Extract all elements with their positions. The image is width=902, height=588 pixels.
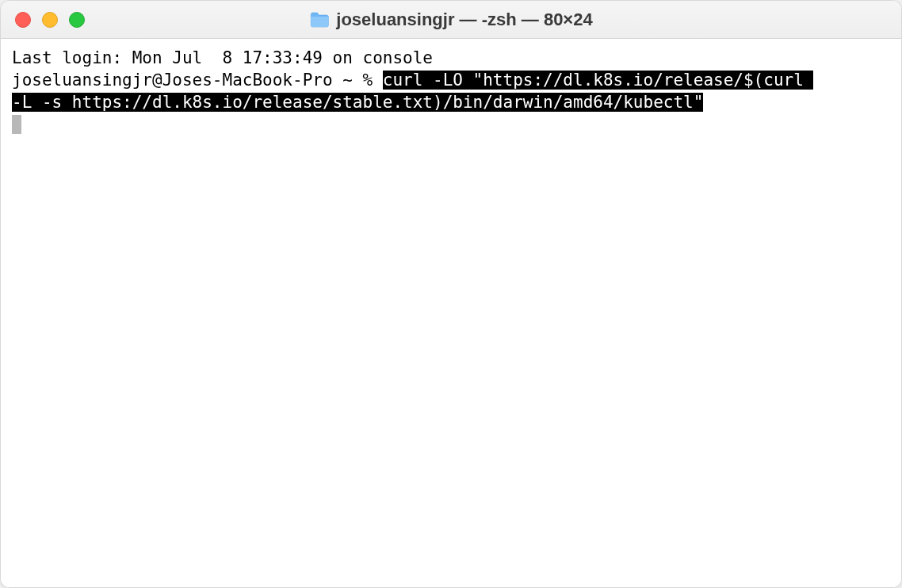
prompt: joseluansingjr@Joses-MacBook-Pro ~ % <box>12 71 383 90</box>
maximize-button[interactable] <box>69 12 85 28</box>
window-title-group: joseluansingjr — -zsh — 80×24 <box>309 10 592 30</box>
traffic-lights <box>15 12 85 28</box>
command-selected-line1: curl -LO "https://dl.k8s.io/release/$(cu… <box>383 71 814 90</box>
titlebar[interactable]: joseluansingjr — -zsh — 80×24 <box>1 1 901 39</box>
close-button[interactable] <box>15 12 31 28</box>
window-title: joseluansingjr — -zsh — 80×24 <box>336 10 592 30</box>
folder-icon <box>309 11 330 29</box>
terminal-body[interactable]: Last login: Mon Jul 8 17:33:49 on consol… <box>1 39 901 587</box>
command-selected-line2: -L -s https://dl.k8s.io/release/stable.t… <box>12 93 703 112</box>
cursor <box>12 115 21 134</box>
minimize-button[interactable] <box>42 12 58 28</box>
last-login-line: Last login: Mon Jul 8 17:33:49 on consol… <box>12 48 433 67</box>
terminal-window: joseluansingjr — -zsh — 80×24 Last login… <box>0 0 902 588</box>
